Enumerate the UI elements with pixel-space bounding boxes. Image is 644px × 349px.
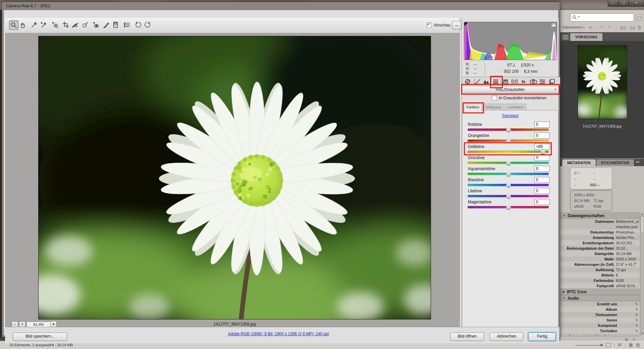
placard-filesize: 30,24 MB [574,199,590,203]
preview-checkbox[interactable]: Vorschau [427,22,450,28]
new-folder-icon[interactable] [630,26,635,30]
rotate-right-tool-icon[interactable] [143,20,152,29]
apply-edit-icon[interactable]: ✓ [632,337,636,341]
slider-track[interactable] [468,206,549,208]
slider-track[interactable] [468,195,549,197]
slider-value-input[interactable] [534,121,550,128]
open-image-button[interactable]: Bild öffnen [450,333,484,341]
resize-grip[interactable]: ⋱ [554,338,558,343]
checkbox-unchecked-icon[interactable] [492,95,497,100]
section-iptc-core[interactable]: ▶IPTC Core [560,289,640,295]
section-audio[interactable]: ▼Audio [560,295,640,301]
slider-value-input[interactable] [534,155,550,161]
slider-track[interactable] [468,140,549,142]
slider-value-input[interactable] [534,188,550,194]
slider-value-input[interactable] [534,133,550,139]
scroll-up-icon[interactable]: ▲ [640,213,644,215]
panel-list-icon[interactable] [561,34,570,41]
slider-track[interactable] [468,173,549,175]
section-file-properties[interactable]: ▼Dateieigenschaften [560,212,640,219]
slider-thumb[interactable] [506,205,511,210]
r-value: --- [473,62,477,66]
scroll-down-icon[interactable]: ▼ [640,332,644,335]
spot-removal-tool-icon[interactable] [81,20,90,29]
thumbnail-size-icon[interactable] [606,343,611,347]
edit-pencil-icon[interactable]: ✎ [635,307,640,312]
photo-preview[interactable] [38,36,431,319]
edit-pencil-icon[interactable]: ✎ [635,317,640,323]
straighten-tool-icon[interactable] [71,20,79,29]
adjustment-brush-tool-icon[interactable] [102,20,110,29]
audio-field-row: Genre ✎ [560,317,640,323]
highlight-clipping-icon[interactable] [551,22,556,28]
save-image-button[interactable]: Bild speichern... [13,333,67,341]
grid-view-icon[interactable]: ⊞ [618,342,622,347]
metadata-value: Bildbereich_einfaerben.psd [616,219,640,230]
slider-thumb[interactable] [506,194,511,199]
white-balance-tool-icon[interactable] [30,20,39,29]
tab-luminanz[interactable]: Luminanz [505,104,526,110]
panel-menu-icon[interactable]: ▾≡ [636,160,640,164]
tab-metadaten[interactable]: METADATEN [562,159,596,166]
toggle-fullscreen-button[interactable]: ↔ [452,21,461,30]
preferences-tool-icon[interactable] [122,20,131,29]
hand-tool-icon[interactable] [18,20,27,29]
standard-link[interactable]: Standard [462,113,558,118]
convert-grayscale-checkbox[interactable]: In Graustufen konvertieren [492,95,546,100]
tab-stichwoerter[interactable]: STICHWÖRTER [596,159,634,166]
thumbnail-size-slider[interactable] [576,342,603,347]
checkbox-checked-icon[interactable] [427,22,432,28]
shadow-clipping-icon[interactable] [465,22,470,27]
edit-pencil-icon[interactable]: ✎ [635,301,640,307]
tab-vorschau[interactable]: VORSCHAU [570,33,602,41]
rating-dots[interactable]: · · · · · [560,119,644,123]
slider-thumb[interactable] [506,128,511,132]
slider-thumb[interactable] [506,183,511,188]
rotate-right-icon[interactable]: ↻ [607,24,611,30]
search-input[interactable]: ▾ [570,13,634,21]
slider-thumb[interactable] [506,172,511,177]
edit-pencil-icon[interactable]: ✎ [635,312,640,317]
slider-track[interactable] [468,129,549,131]
red-eye-tool-icon[interactable] [92,20,100,29]
preview-thumbnail[interactable] [578,45,627,119]
compact-mode-button[interactable] [636,14,642,20]
zoom-tool-icon[interactable] [9,20,18,30]
details-view-icon[interactable]: ▦ [629,342,633,347]
open-folder-icon[interactable] [620,26,626,30]
rotate-left-icon[interactable]: ↺ [599,24,603,30]
cancel-button[interactable]: Abbrechen [490,333,523,341]
workflow-options-link[interactable]: Adobe RGB (1998); 8 Bit; 1900 x 1356 (2,… [206,332,351,336]
color-sampler-tool-icon[interactable] [39,20,48,29]
tab-saettigung[interactable]: Sättigung [483,104,503,110]
slider-track[interactable] [468,162,549,164]
minimize-button[interactable]: – [608,0,619,7]
bridge-right-panel: ▾ Dateinamen ▾ ∧ | ↺ ↻ | ▾ VORSCHAU [560,10,644,341]
targeted-adjustment-tool-icon[interactable] [51,20,59,29]
edit-pencil-icon[interactable]: ✎ [635,328,640,334]
trash-icon[interactable] [637,25,641,30]
metadata-scrollbar[interactable]: ▲ ▼ [640,212,644,335]
done-button[interactable]: Fertig [528,333,556,341]
edit-pencil-icon[interactable]: ✎ [635,334,640,335]
graduated-filter-tool-icon[interactable] [111,20,120,29]
maximize-button[interactable]: □ [618,0,629,7]
slider-thumb[interactable] [506,161,511,165]
rotate-left-tool-icon[interactable] [134,20,143,29]
edit-pencil-icon[interactable]: ✎ [635,323,640,328]
sort-direction-icon[interactable]: ∧ [589,25,592,30]
crop-tool-icon[interactable] [61,20,70,29]
sort-by-label[interactable]: Dateinamen ▾ [562,25,584,29]
cancel-edit-icon[interactable]: ⊘ [625,337,628,341]
placard-resolution: 72 ppi [593,199,603,203]
search-dropdown-caret[interactable]: ▾ [578,15,580,18]
camera-raw-dialog: Camera Raw 6.7 - JPEG Vo [2,2,560,337]
slider-value-input[interactable] [534,177,550,183]
scrollbar-thumb[interactable] [641,216,644,233]
slider-value-input[interactable] [534,199,550,205]
folder-dropdown-caret[interactable]: ▾ [626,25,628,28]
slider-value-input[interactable] [534,166,550,172]
close-button[interactable]: × [629,0,644,7]
list-view-icon[interactable]: ▤ [636,342,640,347]
slider-track[interactable] [468,184,549,186]
